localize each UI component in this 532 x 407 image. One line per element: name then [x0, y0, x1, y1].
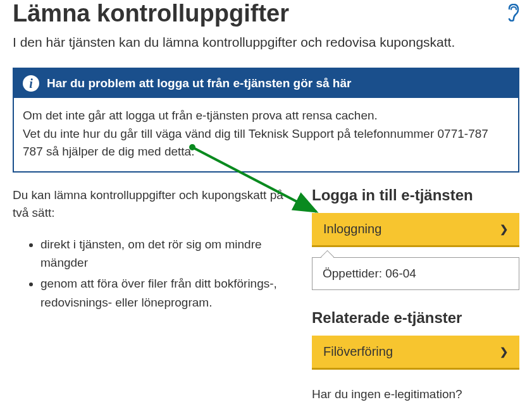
file-transfer-button-label: Filöverföring	[323, 344, 393, 359]
opening-hours-text: Öppettider: 06-04	[323, 267, 416, 280]
hearing-aid-icon[interactable]	[507, 4, 519, 24]
chevron-right-icon: ❯	[500, 223, 508, 235]
info-icon: i	[23, 75, 39, 92]
method-bullet-2: genom att föra över filer från ditt bokf…	[40, 274, 289, 312]
page-title: Lämna kontrolluppgifter	[13, 0, 289, 27]
login-button[interactable]: Inloggning ❯	[312, 213, 519, 247]
methods-lead: Du kan lämna kontrolluppgifter och kupon…	[13, 186, 289, 222]
info-box-line2: Vet du inte hur du går till väga vänd di…	[23, 125, 509, 161]
info-alert-box: i Har du problem att logga ut från e-tjä…	[13, 68, 519, 173]
file-transfer-button[interactable]: Filöverföring ❯	[312, 336, 519, 370]
method-bullet-1: direkt i tjänsten, om det rör sig om min…	[40, 235, 289, 272]
info-box-title: Har du problem att logga ut från e-tjäns…	[47, 76, 351, 90]
opening-hours-box: Öppettider: 06-04	[312, 257, 519, 290]
related-heading: Relaterade e-tjänster	[312, 309, 519, 327]
info-box-line1: Om det inte går att logga ut från e-tjän…	[23, 107, 509, 125]
chevron-right-icon: ❯	[500, 346, 508, 358]
login-button-label: Inloggning	[323, 222, 381, 236]
login-heading: Logga in till e-tjänsten	[312, 186, 519, 204]
no-eid-question: Har du ingen e-legitimation?	[312, 387, 519, 401]
intro-text: I den här tjänsten kan du lämna kontroll…	[13, 35, 519, 50]
